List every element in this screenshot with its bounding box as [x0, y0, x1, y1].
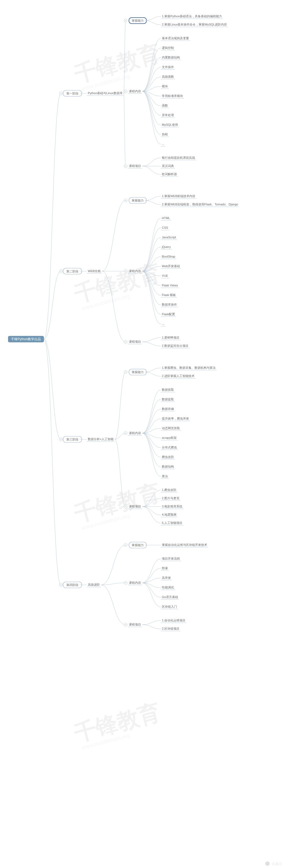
- svg-text:JavaScript: JavaScript: [162, 236, 176, 239]
- svg-text:...: ...: [162, 322, 164, 326]
- svg-text:区块链入门: 区块链入门: [162, 605, 177, 608]
- svg-text:部署: 部署: [162, 566, 168, 570]
- svg-text:高并发: 高并发: [162, 576, 171, 580]
- svg-text:模块: 模块: [162, 85, 168, 88]
- svg-text:...: ...: [162, 142, 164, 146]
- svg-text:掌握自动化运维与区块链开发技术: 掌握自动化运维与区块链开发技术: [162, 543, 207, 547]
- svg-text:课程项目: 课程项目: [129, 623, 141, 626]
- svg-text:1.爱鲜蜂项目: 1.爱鲜蜂项目: [162, 336, 179, 339]
- svg-text:亿速云: 亿速云: [271, 862, 282, 866]
- svg-text:2.区块链项目: 2.区块链项目: [162, 627, 179, 630]
- svg-text:2.数据监控后台项目: 2.数据监控后台项目: [162, 344, 189, 347]
- svg-text:WEB全栈: WEB全栈: [88, 269, 101, 273]
- svg-text:第二阶段: 第二阶段: [66, 270, 78, 273]
- svg-text:1.掌握爬虫、数据采集、数据机构与算法: 1.掌握爬虫、数据采集、数据机构与算法: [162, 366, 215, 369]
- svg-text:掌握能力: 掌握能力: [132, 544, 144, 547]
- svg-text:掌握能力: 掌握能力: [132, 370, 144, 374]
- svg-text:1.自动化运维项目: 1.自动化运维项目: [162, 619, 186, 622]
- svg-text:爬虫攻防: 爬虫攻防: [162, 455, 174, 459]
- svg-text:异常处理: 异常处理: [162, 114, 174, 117]
- svg-text:Web开发基础: Web开发基础: [162, 265, 180, 268]
- svg-text:银行自助提款机系统实战: 银行自助提款机系统实战: [162, 156, 195, 159]
- svg-text:VUE: VUE: [162, 274, 168, 277]
- svg-text:英汉词典: 英汉词典: [162, 164, 174, 167]
- svg-text:课程项目: 课程项目: [129, 164, 141, 167]
- svg-text:Flask 模板: Flask 模板: [162, 293, 176, 297]
- mindmap-canvas: 千锋教育www.mobiletrain.org千锋教育www.mobiletra…: [0, 0, 299, 868]
- svg-text:课程内容: 课程内容: [129, 581, 141, 584]
- svg-text:1.掌握Python基础语法，具备基础的编程能力: 1.掌握Python基础语法，具备基础的编程能力: [162, 14, 222, 18]
- svg-text:HTML: HTML: [162, 216, 170, 220]
- svg-text:掌握能力: 掌握能力: [132, 19, 144, 22]
- svg-text:Python基础与Linux数据库: Python基础与Linux数据库: [88, 91, 123, 95]
- svg-text:BootStrap: BootStrap: [162, 255, 175, 258]
- svg-text:3.电影推荐系统: 3.电影推荐系统: [162, 505, 182, 508]
- svg-text:项目开发流程: 项目开发流程: [162, 557, 180, 560]
- svg-text:数据提取: 数据提取: [162, 398, 174, 401]
- svg-text:高级函数: 高级函数: [162, 75, 174, 78]
- svg-text:Flask Views: Flask Views: [162, 284, 178, 287]
- svg-text:分布式爬虫: 分布式爬虫: [162, 446, 177, 449]
- svg-text:Go语言基础: Go语言基础: [162, 595, 178, 599]
- svg-text:掌握能力: 掌握能力: [132, 199, 144, 202]
- svg-text:逻辑控制: 逻辑控制: [162, 46, 174, 50]
- svg-text:基本语法规则及变量: 基本语法规则及变量: [162, 36, 189, 40]
- svg-text:jQuery: jQuery: [162, 245, 171, 249]
- svg-text:MySQL使用: MySQL使用: [162, 123, 178, 126]
- svg-point-9: [265, 861, 270, 866]
- svg-text:协程: 协程: [162, 133, 168, 136]
- svg-text:1.掌握WEB前端技术内容: 1.掌握WEB前端技术内容: [162, 194, 195, 198]
- svg-text:2.图片马赛克: 2.图片马赛克: [162, 496, 179, 500]
- svg-text:第一阶段: 第一阶段: [66, 92, 78, 95]
- svg-text:数据抓取: 数据抓取: [162, 388, 174, 391]
- svg-text:4.地震预测: 4.地震预测: [162, 513, 176, 516]
- svg-text:2.掌握WEB后端框架，熟练使用Flask、Tornado、: 2.掌握WEB后端框架，熟练使用Flask、Tornado、Django: [162, 203, 238, 206]
- svg-text:数据存储: 数据存储: [162, 407, 174, 410]
- svg-text:文件操作: 文件操作: [162, 65, 174, 69]
- svg-text:算法: 算法: [162, 474, 168, 478]
- svg-text:课程项目: 课程项目: [129, 505, 141, 508]
- svg-text:千锋Python教学出品: 千锋Python教学出品: [11, 337, 41, 341]
- svg-text:5.人工智能项目: 5.人工智能项目: [162, 521, 182, 525]
- svg-text:2.掌握Linux基本操作命令，掌握MySQL进阶内容: 2.掌握Linux基本操作命令，掌握MySQL进阶内容: [162, 23, 227, 26]
- svg-text:数据分析+人工智能: 数据分析+人工智能: [88, 437, 113, 441]
- svg-text:数据结构: 数据结构: [162, 465, 174, 468]
- svg-text:提升效率，爬虫并发: 提升效率，爬虫并发: [162, 417, 189, 420]
- svg-text:课程内容: 课程内容: [129, 269, 141, 273]
- svg-text:性能调优: 性能调优: [162, 586, 174, 589]
- svg-text:课程内容: 课程内容: [129, 431, 141, 435]
- svg-text:scrapy框架: scrapy框架: [162, 436, 177, 439]
- svg-text:函数: 函数: [162, 104, 168, 107]
- svg-text:2.进阶掌握人工智能技术: 2.进阶掌握人工智能技术: [162, 374, 195, 378]
- svg-text:第四阶段: 第四阶段: [66, 583, 78, 587]
- svg-text:高级进阶: 高级进阶: [88, 583, 100, 586]
- svg-text:1.爬虫攻防: 1.爬虫攻防: [162, 488, 176, 492]
- svg-text:第三阶段: 第三阶段: [66, 438, 78, 441]
- svg-text:课程内容: 课程内容: [129, 90, 141, 93]
- svg-text:课程项目: 课程项目: [129, 340, 141, 343]
- svg-text:内置数据结构: 内置数据结构: [162, 56, 180, 59]
- svg-text:动态网页抓取: 动态网页抓取: [162, 427, 180, 430]
- svg-text:CSS: CSS: [162, 226, 168, 229]
- svg-text:常用标准库模块: 常用标准库模块: [162, 94, 183, 97]
- svg-text:歌词解析器: 歌词解析器: [162, 173, 177, 176]
- svg-text:数据库操作: 数据库操作: [162, 303, 177, 306]
- svg-text:Flask配置: Flask配置: [162, 312, 175, 316]
